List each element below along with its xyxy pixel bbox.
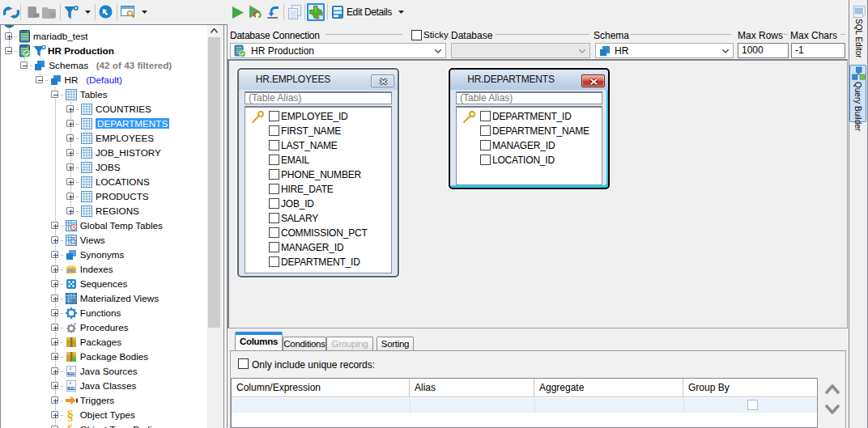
svg-text:JAVA: JAVA	[68, 387, 75, 390]
svg-text:§: §	[66, 409, 74, 422]
svg-text:JAVA: JAVA	[68, 372, 75, 375]
svg-text:§: §	[66, 423, 74, 428]
